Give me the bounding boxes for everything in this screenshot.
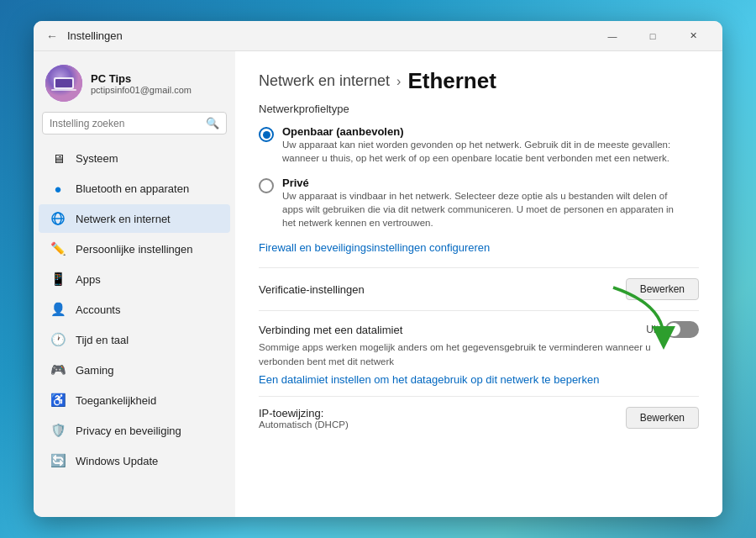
sidebar-item-label: Privacy en beveiliging	[76, 425, 181, 437]
search-box[interactable]: 🔍	[42, 112, 227, 134]
accounts-icon: 👤	[50, 302, 66, 317]
verificatie-row: Verificatie-instellingen Bewerken	[259, 267, 699, 310]
ip-info: IP-toewijzing: Automatisch (DHCP)	[259, 407, 349, 430]
sidebar-item-update[interactable]: 🔄 Windows Update	[39, 446, 230, 475]
verificatie-label: Verificatie-instellingen	[259, 283, 365, 296]
verificatie-bewerken-button[interactable]: Bewerken	[626, 278, 699, 300]
sidebar-item-accounts[interactable]: 👤 Accounts	[39, 295, 230, 324]
breadcrumb: Netwerk en internet › Ethernet	[235, 51, 722, 103]
window-title: Instellingen	[67, 29, 593, 42]
breadcrumb-current: Ethernet	[407, 68, 496, 94]
datalimiet-link[interactable]: Een datalimiet instellen om het datagebr…	[259, 373, 699, 386]
radio-openbaar-label: Openbaar (aanbevolen) Uw apparaat kan ni…	[282, 125, 685, 165]
bluetooth-icon: ●	[50, 181, 66, 196]
window-controls: — □ ✕	[593, 21, 712, 51]
back-button[interactable]: ←	[44, 28, 60, 45]
ip-title: IP-toewijzing:	[259, 407, 349, 419]
sidebar-item-label: Bluetooth en apparaten	[76, 182, 189, 195]
verbinding-label: Verbinding met een datalimiet	[259, 324, 402, 336]
gaming-icon: 🎮	[50, 362, 66, 377]
sidebar-item-label: Tijd en taal	[76, 334, 129, 346]
sidebar-item-label: Netwerk en internet	[76, 213, 171, 225]
user-email: pctipsinfo01@gmail.com	[91, 85, 192, 95]
sidebar-item-label: Systeem	[76, 152, 118, 165]
content-area: Netwerk en internet › Ethernet Netwerkpr…	[235, 51, 722, 517]
sidebar-item-label: Gaming	[76, 364, 114, 377]
search-input[interactable]	[50, 118, 206, 129]
radio-prive-circle[interactable]	[259, 178, 274, 193]
systeem-icon: 🖥	[50, 150, 66, 166]
sidebar-item-tijd[interactable]: 🕐 Tijd en taal	[39, 325, 230, 354]
sidebar-item-systeem[interactable]: 🖥 Systeem	[39, 144, 230, 172]
radio-openbaar[interactable]: Openbaar (aanbevolen) Uw apparaat kan ni…	[259, 125, 699, 165]
sidebar-item-label: Toegankelijkheid	[76, 394, 156, 407]
sidebar-item-privacy[interactable]: 🛡️ Privacy en beveiliging	[39, 416, 230, 445]
svg-rect-3	[51, 89, 76, 91]
sidebar: PC Tips pctipsinfo01@gmail.com 🔍 🖥 Syste…	[34, 51, 235, 517]
titlebar: ← Instellingen — □ ✕	[34, 21, 722, 51]
verbinding-desc: Sommige apps werken mogelijk anders om h…	[259, 340, 662, 367]
apps-icon: 📱	[50, 272, 66, 287]
user-profile: PC Tips pctipsinfo01@gmail.com	[34, 51, 235, 112]
ip-header: IP-toewijzing: Automatisch (DHCP) Bewerk…	[259, 407, 699, 430]
radio-prive[interactable]: Privé Uw apparaat is vindbaar in het net…	[259, 177, 699, 229]
toegankelijkheid-icon: ♿	[50, 393, 66, 408]
toggle-container: Uit	[646, 321, 699, 338]
sidebar-item-netwerk[interactable]: Netwerk en internet	[39, 204, 230, 233]
verbinding-row: Verbinding met een datalimiet Uit Sommig…	[259, 310, 699, 395]
section-title: Netwerkprofieltype	[259, 103, 699, 115]
user-info: PC Tips pctipsinfo01@gmail.com	[91, 72, 192, 95]
svg-rect-2	[55, 79, 72, 87]
sidebar-item-label: Accounts	[76, 303, 120, 316]
radio-prive-name: Privé	[282, 177, 685, 189]
sidebar-item-label: Apps	[76, 273, 101, 286]
toggle-label: Uit	[646, 324, 659, 335]
sidebar-item-toegankelijkheid[interactable]: ♿ Toegankelijkheid	[39, 386, 230, 414]
content-body: Netwerkprofieltype Openbaar (aanbevolen)…	[235, 103, 722, 517]
sidebar-item-bluetooth[interactable]: ● Bluetooth en apparaten	[39, 174, 230, 203]
verbinding-header: Verbinding met een datalimiet Uit	[259, 321, 699, 338]
sidebar-item-label: Windows Update	[76, 455, 158, 467]
privacy-icon: 🛡️	[50, 423, 66, 438]
user-name: PC Tips	[91, 72, 192, 85]
maximize-button[interactable]: □	[633, 21, 672, 51]
radio-openbaar-desc: Uw apparaat kan niet worden gevonden op …	[282, 138, 685, 165]
close-button[interactable]: ✕	[674, 21, 712, 51]
sidebar-item-label: Persoonlijke instellingen	[76, 243, 192, 256]
ip-row: IP-toewijzing: Automatisch (DHCP) Bewerk…	[259, 396, 699, 440]
ip-bewerken-button[interactable]: Bewerken	[626, 407, 699, 429]
ip-value: Automatisch (DHCP)	[259, 419, 349, 430]
search-icon: 🔍	[206, 117, 219, 129]
sidebar-item-personalisatie[interactable]: ✏️ Persoonlijke instellingen	[39, 235, 230, 263]
datalimiet-toggle[interactable]	[665, 321, 699, 338]
firewall-link[interactable]: Firewall en beveiligingsinstellingen con…	[259, 241, 699, 254]
netwerk-icon	[50, 211, 66, 226]
sidebar-item-gaming[interactable]: 🎮 Gaming	[39, 356, 230, 384]
tijd-icon: 🕐	[50, 332, 66, 347]
minimize-button[interactable]: —	[593, 21, 632, 51]
radio-openbaar-circle[interactable]	[259, 127, 274, 142]
sidebar-item-apps[interactable]: 📱 Apps	[39, 265, 230, 293]
avatar	[45, 65, 82, 102]
breadcrumb-parent: Netwerk en internet	[259, 72, 390, 90]
radio-prive-desc: Uw apparaat is vindbaar in het netwerk. …	[282, 189, 685, 229]
personalisatie-icon: ✏️	[50, 241, 66, 256]
update-icon: 🔄	[50, 453, 66, 468]
breadcrumb-separator: ›	[396, 74, 401, 89]
radio-prive-label: Privé Uw apparaat is vindbaar in het net…	[282, 177, 685, 229]
radio-openbaar-name: Openbaar (aanbevolen)	[282, 125, 685, 138]
